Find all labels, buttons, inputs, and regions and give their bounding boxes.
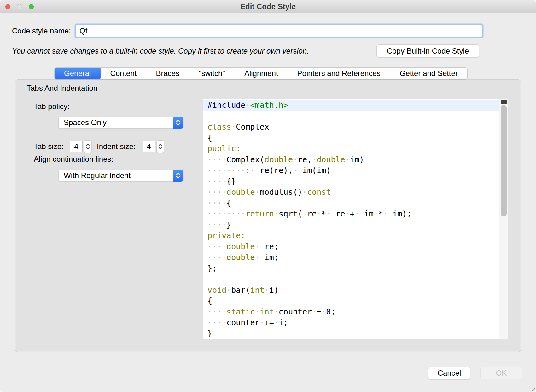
align-continuation-label: Align continuation lines: (34, 155, 113, 164)
code-line: ····counter·+=·i; (203, 317, 499, 328)
code-line: private: (203, 230, 499, 241)
stepper-down-icon (86, 147, 90, 150)
code-preview-lines: #include·<math.h> class·Complex{public:·… (203, 99, 499, 339)
code-line: ····{} (203, 176, 499, 187)
text-caret (88, 27, 88, 35)
code-style-name-input[interactable]: Qt (76, 25, 482, 37)
code-line: { (203, 133, 499, 144)
tab-policy-value: Spaces Only (64, 118, 107, 127)
code-line (203, 274, 499, 285)
code-line: { (203, 296, 499, 307)
copy-builtin-code-style-button[interactable]: Copy Built-in Code Style (376, 44, 479, 57)
scrollbar-notch (501, 100, 507, 104)
tab-getter-and-setter[interactable]: Getter and Setter (390, 68, 467, 79)
tab-content[interactable]: Content (101, 68, 146, 79)
chevron-up-down-icon (173, 170, 183, 182)
code-line: #include·<math.h> (203, 100, 499, 111)
indent-size-stepper[interactable] (156, 140, 164, 153)
code-line: ····double·_re; (203, 241, 499, 252)
code-line: ····{ (203, 198, 499, 209)
code-line: ····static·int·counter·=·0; (203, 307, 499, 318)
code-line: } (203, 328, 499, 339)
code-line: ····double·modulus()·const (203, 187, 499, 198)
tab-switch[interactable]: "switch" (189, 68, 235, 79)
scrollbar[interactable] (499, 99, 508, 339)
code-line: public: (203, 143, 499, 154)
code-line: ····Complex(double·re,·double·im) (203, 154, 499, 165)
code-preview-editor[interactable]: #include·<math.h> class·Complex{public:·… (203, 99, 508, 339)
tab-general[interactable]: General (54, 67, 101, 79)
stepper-up-icon (158, 143, 162, 146)
chevron-up-down-icon (173, 117, 183, 129)
stepper-down-icon (158, 147, 162, 150)
title-bar: Edit Code Style (0, 0, 536, 13)
code-line (203, 111, 499, 122)
resize-grip-icon[interactable] (531, 387, 535, 391)
tab-alignment[interactable]: Alignment (235, 68, 288, 79)
tab-bar: GeneralContentBraces"switch"AlignmentPoi… (54, 67, 468, 79)
code-line: ····} (203, 220, 499, 231)
stepper-up-icon (86, 143, 90, 146)
code-style-name-value: Qt (79, 25, 87, 37)
code-line: class·Complex (203, 122, 499, 133)
edit-code-style-dialog: Edit Code Style Code style name: Qt You … (0, 0, 536, 392)
tab-policy-dropdown[interactable]: Spaces Only (58, 117, 183, 129)
builtin-style-notice: You cannot save changes to a built-in co… (12, 47, 309, 55)
ok-button[interactable]: OK (480, 367, 522, 379)
tab-braces[interactable]: Braces (146, 68, 189, 79)
window-title: Edit Code Style (0, 0, 536, 13)
cancel-button[interactable]: Cancel (428, 367, 470, 379)
code-line: ········return·sqrt(_re·*·_re·+·_im·*·_i… (203, 209, 499, 220)
code-line: }; (203, 263, 499, 274)
code-style-name-label: Code style name: (12, 26, 71, 35)
code-line: ········:·_re(re),·_im(im) (203, 165, 499, 176)
code-line: ····double·_im; (203, 252, 499, 263)
tab-size-label: Tab size: (34, 142, 64, 151)
scrollbar-thumb[interactable] (501, 105, 507, 216)
align-continuation-value: With Regular Indent (64, 171, 131, 180)
tab-size-stepper[interactable] (84, 140, 92, 153)
tab-size-field[interactable]: 4 (70, 141, 83, 152)
tab-policy-label: Tab policy: (34, 102, 69, 111)
indent-size-label: Indent size: (97, 142, 136, 151)
align-continuation-dropdown[interactable]: With Regular Indent (58, 170, 183, 182)
code-line: void·bar(int·i) (203, 285, 499, 296)
tab-pointers-and-references[interactable]: Pointers and References (288, 68, 390, 79)
section-title: Tabs And Indentation (27, 84, 97, 93)
indent-size-field[interactable]: 4 (143, 141, 155, 152)
